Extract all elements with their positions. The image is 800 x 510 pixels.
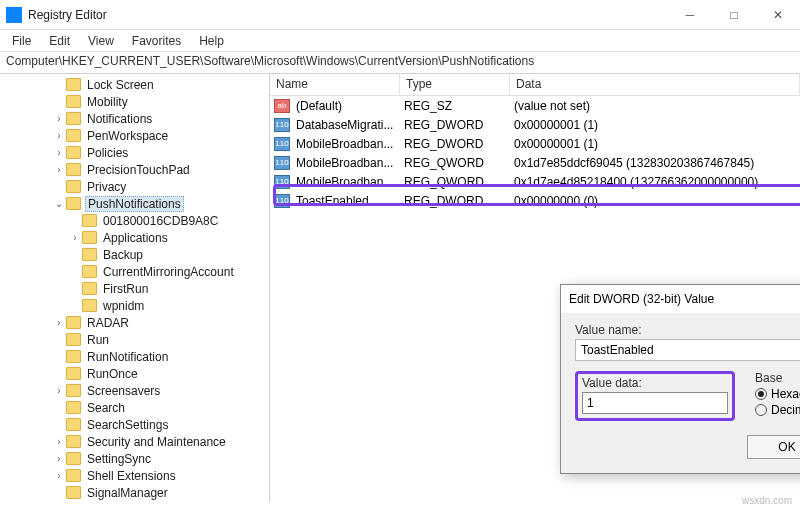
tree-item-lock-screen[interactable]: Lock Screen	[4, 76, 269, 93]
tree-item-search[interactable]: Search	[4, 399, 269, 416]
tree-item-pushnotifications[interactable]: ⌄PushNotifications	[4, 195, 269, 212]
tree-item-settingsync[interactable]: ›SettingSync	[4, 450, 269, 467]
value-icon: 110	[274, 137, 290, 151]
menu-file[interactable]: File	[4, 32, 39, 50]
twisty-icon: ›	[52, 436, 66, 447]
tree-label: Search	[85, 401, 127, 415]
close-button[interactable]: ✕	[756, 0, 800, 30]
maximize-button[interactable]: □	[712, 0, 756, 30]
tree-item-searchsettings[interactable]: SearchSettings	[4, 416, 269, 433]
menu-edit[interactable]: Edit	[41, 32, 78, 50]
folder-icon	[66, 486, 81, 499]
tree-item-001800016cdb9a8c[interactable]: 001800016CDB9A8C	[4, 212, 269, 229]
tree-item-shell-extensions[interactable]: ›Shell Extensions	[4, 467, 269, 484]
value-name-field[interactable]: ToastEnabled	[575, 339, 800, 361]
menu-bar: File Edit View Favorites Help	[0, 30, 800, 52]
value-type: REG_DWORD	[398, 117, 508, 133]
tree-label: PenWorkspace	[85, 129, 170, 143]
tree-item-radar[interactable]: ›RADAR	[4, 314, 269, 331]
radio-hex[interactable]: Hexadecimal	[755, 387, 800, 401]
folder-icon	[66, 316, 81, 329]
tree-label: Notifications	[85, 112, 154, 126]
value-name: ToastEnabled	[290, 193, 398, 209]
twisty-icon: ⌄	[52, 198, 66, 209]
minimize-button[interactable]: ─	[668, 0, 712, 30]
tree-item-firstrun[interactable]: FirstRun	[4, 280, 269, 297]
twisty-icon: ›	[52, 130, 66, 141]
tree-label: SettingSync	[85, 452, 153, 466]
value-name: MobileBroadban...	[290, 136, 398, 152]
tree-item-policies[interactable]: ›Policies	[4, 144, 269, 161]
tree-label: RunOnce	[85, 367, 140, 381]
tree-label: RunNotification	[85, 350, 170, 364]
value-icon: 110	[274, 175, 290, 189]
folder-icon	[66, 129, 81, 142]
value-name: DatabaseMigrati...	[290, 117, 398, 133]
col-type[interactable]: Type	[400, 74, 510, 95]
tree-item-wpnidm[interactable]: wpnidm	[4, 297, 269, 314]
tree-item-privacy[interactable]: Privacy	[4, 178, 269, 195]
radio-dec[interactable]: Decimal	[755, 403, 800, 417]
tree-item-penworkspace[interactable]: ›PenWorkspace	[4, 127, 269, 144]
registry-value-row[interactable]: 110MobileBroadban...REG_DWORD0x00000001 …	[270, 134, 800, 153]
folder-icon	[66, 95, 81, 108]
tree-item-screensavers[interactable]: ›Screensavers	[4, 382, 269, 399]
folder-icon	[66, 350, 81, 363]
twisty-icon: ›	[52, 317, 66, 328]
folder-icon	[82, 265, 97, 278]
tree-item-security-and-maintenance[interactable]: ›Security and Maintenance	[4, 433, 269, 450]
folder-icon	[82, 282, 97, 295]
tree-label: Privacy	[85, 180, 128, 194]
tree-label: 001800016CDB9A8C	[101, 214, 220, 228]
tree-item-notifications[interactable]: ›Notifications	[4, 110, 269, 127]
tree-item-run[interactable]: Run	[4, 331, 269, 348]
tree-item-backup[interactable]: Backup	[4, 246, 269, 263]
menu-help[interactable]: Help	[191, 32, 232, 50]
tree-label: SignalManager	[85, 486, 170, 500]
folder-icon	[66, 469, 81, 482]
tree-item-applications[interactable]: ›Applications	[4, 229, 269, 246]
folder-icon	[66, 333, 81, 346]
folder-icon	[82, 248, 97, 261]
tree-label: SearchSettings	[85, 418, 170, 432]
value-data-input[interactable]	[582, 392, 728, 414]
address-bar[interactable]: Computer\HKEY_CURRENT_USER\Software\Micr…	[0, 52, 800, 74]
folder-icon	[66, 180, 81, 193]
tree-item-mobility[interactable]: Mobility	[4, 93, 269, 110]
tree-label: Applications	[101, 231, 170, 245]
tree-item-signalmanager[interactable]: SignalManager	[4, 484, 269, 501]
tree-label: FirstRun	[101, 282, 150, 296]
value-data: 0x1d7e85ddcf69045 (132830203867467845)	[508, 155, 800, 171]
tree-label: PushNotifications	[85, 196, 184, 212]
tree-item-runonce[interactable]: RunOnce	[4, 365, 269, 382]
radio-icon	[755, 404, 767, 416]
registry-value-row[interactable]: 110DatabaseMigrati...REG_DWORD0x00000001…	[270, 115, 800, 134]
tree-label: RADAR	[85, 316, 131, 330]
list-header: Name Type Data	[270, 74, 800, 96]
twisty-icon: ›	[68, 232, 82, 243]
col-name[interactable]: Name	[270, 74, 400, 95]
col-data[interactable]: Data	[510, 74, 800, 95]
menu-favorites[interactable]: Favorites	[124, 32, 189, 50]
tree-item-runnotification[interactable]: RunNotification	[4, 348, 269, 365]
edit-dword-dialog: Edit DWORD (32-bit) Value ✕ Value name: …	[560, 284, 800, 474]
tree-pane[interactable]: Lock ScreenMobility›Notifications›PenWor…	[0, 74, 270, 502]
tree-label: PrecisionTouchPad	[85, 163, 192, 177]
value-data: 0x00000001 (1)	[508, 117, 800, 133]
registry-value-row[interactable]: 110MobileBroadban...REG_QWORD0x1d7e85ddc…	[270, 153, 800, 172]
menu-view[interactable]: View	[80, 32, 122, 50]
folder-icon	[66, 452, 81, 465]
folder-icon	[66, 146, 81, 159]
tree-label: Policies	[85, 146, 130, 160]
tree-item-currentmirroringaccount[interactable]: CurrentMirroringAccount	[4, 263, 269, 280]
ok-button[interactable]: OK	[747, 435, 800, 459]
tree-label: Run	[85, 333, 111, 347]
registry-value-row[interactable]: 110MobileBroadban...REG_QWORD0x1d7ae4d85…	[270, 172, 800, 191]
registry-value-row[interactable]: 110ToastEnabledREG_DWORD0x00000000 (0)	[270, 191, 800, 210]
folder-icon	[66, 163, 81, 176]
registry-value-row[interactable]: ab(Default)REG_SZ(value not set)	[270, 96, 800, 115]
value-icon: ab	[274, 99, 290, 113]
folder-icon	[66, 401, 81, 414]
tree-item-precisiontouchpad[interactable]: ›PrecisionTouchPad	[4, 161, 269, 178]
tree-label: Backup	[101, 248, 145, 262]
